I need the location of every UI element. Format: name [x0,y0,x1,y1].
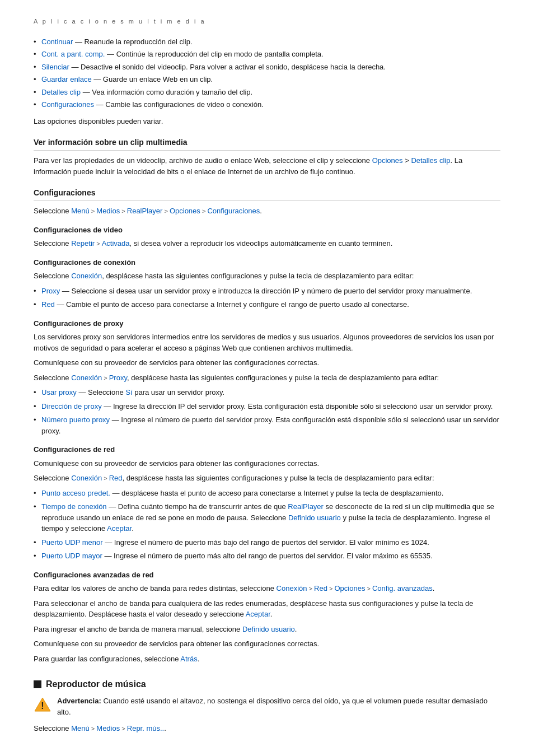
section-config-nav: Seleccione Menú > Medios > RealPlayer > … [34,206,500,217]
link-configuraciones2[interactable]: Configuraciones [207,207,260,215]
link-definido-usuario1[interactable]: Definido usuario [288,514,341,522]
music-nav: Seleccione Menú > Medios > Repr. mús... [34,723,500,734]
link-continuar[interactable]: Continuar [41,38,73,46]
link-red2[interactable]: Red [109,474,123,482]
link-si[interactable]: Sí [125,388,132,396]
avanzadas-text3: Para ingresar el ancho de banda de maner… [34,624,500,635]
link-medios2[interactable]: Medios [96,724,120,732]
link-direccion-proxy[interactable]: Dirección de proxy [41,402,102,410]
warning-text: Advertencia: Cuando esté usando el altav… [57,696,500,717]
link-puerto-udp-mayor[interactable]: Puerto UDP mayor [41,552,102,560]
subsection-video-text: Seleccione Repetir > Activada, si desea … [34,238,500,249]
proxy-bullet-list: Usar proxy — Seleccione Sí para usar un … [34,387,500,436]
warning-icon: ! [34,697,51,712]
list-item: Usar proxy — Seleccione Sí para usar un … [34,387,500,398]
link-silenciar[interactable]: Silenciar [41,63,69,71]
list-item: Continuar — Reanude la reproducción del … [34,36,500,48]
link-conexion2[interactable]: Conexión [71,374,102,382]
link-realplayer2[interactable]: RealPlayer [288,502,324,511]
proxy-text2: Comuníquese con su proveedor de servicio… [34,357,500,368]
subsection-video-title: Configuraciones de video [34,225,500,236]
link-realplayer[interactable]: RealPlayer [127,207,163,215]
link-menu1[interactable]: Menú [71,207,90,215]
avanzadas-text2: Para seleccionar el ancho de banda para … [34,598,500,620]
link-usar-proxy[interactable]: Usar proxy [41,388,77,396]
red-nav: Seleccione Conexión > Red, desplácese ha… [34,473,500,484]
section-multimedia-title: Ver información sobre un clip multimedia [34,137,500,151]
link-numero-puerto-proxy[interactable]: Número puerto proxy [41,416,110,424]
link-config-avanzadas[interactable]: Config. avanzadas [372,584,433,592]
link-conexion4[interactable]: Conexión [277,584,307,592]
link-proxy2[interactable]: Proxy [109,374,127,382]
link-puerto-udp-menor[interactable]: Puerto UDP menor [41,538,103,547]
warning-label: Advertencia: [57,697,101,705]
subsection-avanzadas-title: Configuraciones avanzadas de red [34,570,500,581]
link-medios1[interactable]: Medios [96,207,120,215]
link-aceptar1[interactable]: Aceptar [107,524,132,533]
header-label: A p l i c a c i o n e s m u l t i m e d … [34,17,500,26]
subsection-proxy-title: Configuraciones de proxy [34,318,500,329]
list-item: Detalles clip — Vea información como dur… [34,87,500,98]
link-activada[interactable]: Activada [102,239,130,248]
avanzadas-text1: Para editar los valores de ancho de band… [34,583,500,594]
intro-note: Las opciones disponibles pueden variar. [34,116,500,127]
link-opciones2[interactable]: Opciones [170,207,200,215]
proxy-nav: Seleccione Conexión > Proxy, desplácese … [34,372,500,384]
link-atras[interactable]: Atrás [180,655,197,663]
link-red3[interactable]: Red [314,584,327,592]
link-opciones3[interactable]: Opciones [335,584,366,592]
link-punto-acceso[interactable]: Punto acceso predet. [41,489,110,497]
link-definido-usuario2[interactable]: Definido usuario [242,625,295,633]
subsection-conexion-title: Configuraciones de conexión [34,257,500,268]
section-music-title: Reproductor de música [46,678,146,691]
subsection-conexion-text: Seleccione Conexión, desplácese hasta la… [34,270,500,282]
list-item: Punto acceso predet. — desplácese hasta … [34,488,500,499]
list-item: Configuraciones — Cambie las configuraci… [34,99,500,110]
list-item: Silenciar — Desactive el sonido del vide… [34,62,500,73]
list-item: Puerto UDP menor — Ingrese el número de … [34,537,500,548]
list-item: Número puerto proxy — Ingrese el número … [34,414,500,436]
proxy-text1: Los servidores proxy son servidores inte… [34,332,500,353]
list-item: Dirección de proxy — Ingrese la direcció… [34,401,500,412]
list-item: Puerto UDP mayor — Ingrese el número de … [34,550,500,562]
link-tiempo-conexion[interactable]: Tiempo de conexión [41,502,107,511]
warning-box: ! Advertencia: Cuando esté usando el alt… [34,696,500,717]
list-item: Tiempo de conexión — Defina cuánto tiemp… [34,501,500,534]
conexion-bullet-list: Proxy — Seleccione si desea usar un serv… [34,286,500,310]
link-guardar-enlace[interactable]: Guardar enlace [41,75,92,83]
link-detalles-clip2[interactable]: Detalles clip [411,156,450,165]
link-cont-pant[interactable]: Cont. a pant. comp. [41,50,105,58]
red-bullet-list: Punto acceso predet. — desplácese hasta … [34,488,500,562]
link-configuraciones[interactable]: Configuraciones [41,100,94,109]
svg-text:!: ! [41,701,44,711]
list-item: Guardar enlace — Guarde un enlace Web en… [34,74,500,85]
red-text1: Comuníquese con su proveedor de servicio… [34,458,500,469]
subsection-red-title: Configuraciones de red [34,444,500,455]
link-conexion1[interactable]: Conexión [71,272,102,280]
avanzadas-text4: Comuníquese con su proveedor de servicio… [34,638,500,650]
link-menu2[interactable]: Menú [71,724,90,732]
link-proxy1[interactable]: Proxy [41,287,60,295]
link-opciones[interactable]: Opciones [372,156,403,165]
link-red1[interactable]: Red [41,300,55,309]
link-aceptar2[interactable]: Aceptar [246,610,270,618]
link-conexion3[interactable]: Conexión [71,474,102,482]
link-detalles-clip[interactable]: Detalles clip [41,88,81,96]
black-square-icon [34,680,41,688]
list-item: Red — Cambie el punto de acceso para con… [34,299,500,310]
avanzadas-text5: Para guardar las configuraciones, selecc… [34,654,500,665]
link-repetir[interactable]: Repetir [71,239,95,248]
list-item: Proxy — Seleccione si desea usar un serv… [34,286,500,297]
section-multimedia-text: Para ver las propiedades de un videoclip… [34,155,500,177]
link-repr-mus[interactable]: Repr. mús.. [127,724,164,732]
section-config-title: Configuraciones [34,187,500,201]
list-item: Cont. a pant. comp. — Continúe la reprod… [34,49,500,60]
section-music-header: Reproductor de música [34,678,500,691]
intro-bullet-list: Continuar — Reanude la reproducción del … [34,36,500,110]
